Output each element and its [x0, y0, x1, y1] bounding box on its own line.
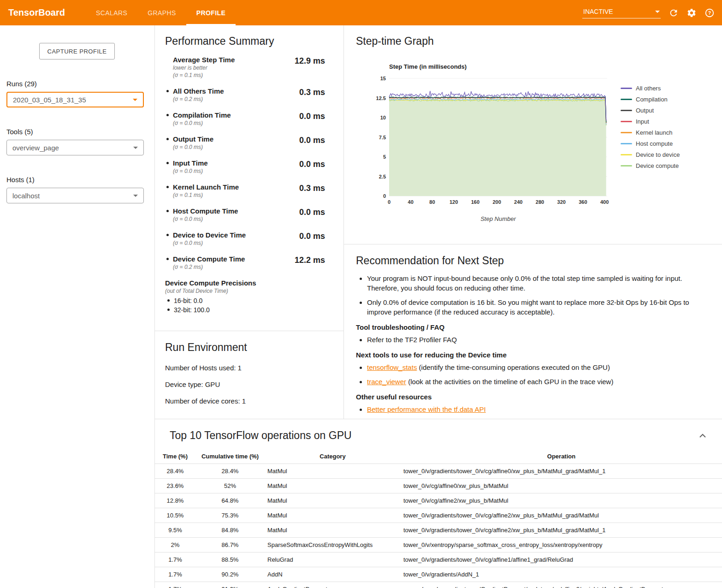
status-dropdown[interactable]: INACTIVE — [582, 7, 661, 18]
recommendation-tools: tensorflow_stats (identify the time-cons… — [356, 362, 710, 386]
runs-select[interactable]: 2020_03_05_18_31_35 — [6, 92, 144, 107]
metric-label: Device to Device Time — [173, 231, 246, 239]
svg-text:160: 160 — [471, 199, 479, 205]
table-cell: 28.4% — [155, 464, 195, 479]
svg-text:15: 15 — [380, 76, 386, 81]
resource-link[interactable]: Better performance with the tf.data API — [367, 405, 486, 413]
top-ops-section: Top 10 TensorFlow operations on GPU Time… — [155, 419, 722, 588]
top-ops-table: Time (%)Cumulative time (%)CategoryOpera… — [155, 449, 722, 588]
perf-item: All Others Time (σ = 0.2 ms) 0.3 ms — [165, 87, 325, 102]
bullet-dot — [166, 234, 169, 236]
perf-item: Host Compute Time (σ = 0.0 ms) 0.0 ms — [165, 207, 325, 222]
perf-item: Compilation Time (σ = 0.0 ms) 0.0 ms — [165, 111, 325, 126]
tab-profile[interactable]: PROFILE — [186, 0, 236, 25]
chart-legend: All othersCompilationOutputInputKernel l… — [621, 75, 680, 223]
metric-label: All Others Time — [173, 87, 224, 95]
precision-items: 16-bit: 0.032-bit: 100.0 — [165, 297, 325, 314]
bullet-dot — [167, 309, 170, 311]
precision-item: 32-bit: 100.0 — [166, 306, 325, 314]
table-cell: tower_0/v/gradients/AddN_1 — [401, 567, 722, 582]
perf-item: Device to Device Time (σ = 0.0 ms) 0.0 m… — [165, 231, 325, 246]
hosts-select[interactable]: localhost — [6, 188, 144, 203]
table-cell: MatMul — [265, 493, 401, 508]
top-ops-title: Top 10 TensorFlow operations on GPU — [170, 429, 352, 442]
step-time-chart: 02.557.51012.515040801201602002402803203… — [370, 75, 614, 223]
metric-sigma: (σ = 0.1 ms) — [173, 72, 235, 78]
svg-text:240: 240 — [514, 199, 522, 205]
column-header: Cumulative time (%) — [195, 449, 265, 464]
metric-sigma: (σ = 0.0 ms) — [173, 240, 246, 246]
runenv-lines: Number of Hosts used: 1Device type: GPUN… — [165, 364, 332, 405]
svg-text:Step Number: Step Number — [480, 215, 516, 222]
svg-text:10: 10 — [380, 115, 386, 120]
table-cell: SparseSoftmaxCrossEntropyWithLogits — [265, 538, 401, 552]
tools-select[interactable]: overview_page — [6, 140, 144, 155]
chart-title: Step Time (in milliseconds) — [389, 63, 713, 70]
table-row: 1.7%90.2%AddNtower_0/v/gradients/AddN_1 — [155, 567, 722, 582]
table-cell: 1.7% — [155, 567, 195, 582]
table-cell: 28.4% — [195, 464, 265, 479]
ops-table-body: 28.4%28.4%MatMultower_0/v/gradients/towe… — [155, 464, 722, 588]
table-cell: 23.6% — [155, 479, 195, 493]
chevron-down-icon — [133, 99, 137, 101]
bullet-dot — [166, 210, 169, 212]
legend-item: Input — [621, 118, 680, 125]
gear-icon[interactable] — [686, 8, 697, 18]
app-title: TensorBoard — [0, 0, 86, 25]
header-tabs: SCALARSGRAPHSPROFILE — [86, 0, 236, 25]
tab-graphs[interactable]: GRAPHS — [137, 0, 186, 25]
tools-label: Tools (5) — [6, 128, 154, 136]
table-cell: 86.7% — [195, 538, 265, 552]
table-cell: tower_0/v/gradients/tower_0/v/cg/affine2… — [401, 508, 722, 523]
tools-value: overview_page — [12, 144, 59, 152]
perf-item: Device Compute Time (σ = 0.2 ms) 12.2 ms — [165, 255, 325, 270]
svg-text:0: 0 — [388, 199, 391, 205]
average-step-time: Average Step Time lower is better (σ = 0… — [165, 56, 325, 78]
perf-item: Output Time (σ = 0.0 ms) 0.0 ms — [165, 135, 325, 150]
chart-block: Step Time (in milliseconds) 02.557.51012… — [370, 63, 713, 223]
recommendation-bullets: Your program is NOT input-bound because … — [356, 273, 710, 317]
performance-summary-section: Performance Summary Average Step Time lo… — [155, 25, 343, 331]
metric-value: 0.0 ms — [299, 207, 325, 217]
faq-item: Refer to the TF2 Profiler FAQ — [367, 335, 708, 344]
ops-header-row: Time (%)Cumulative time (%)CategoryOpera… — [155, 449, 722, 464]
tab-scalars[interactable]: SCALARS — [86, 0, 137, 25]
column-header: Category — [265, 449, 401, 464]
collapse-icon[interactable] — [697, 432, 708, 440]
svg-text:7.5: 7.5 — [379, 135, 386, 140]
table-cell: 88.5% — [195, 552, 265, 567]
table-row: 10.5%75.3%MatMultower_0/v/gradients/towe… — [155, 508, 722, 523]
capture-profile-button[interactable]: CAPTURE PROFILE — [39, 43, 115, 59]
table-cell: tower_0/v/cg/affine0/xw_plus_b/MatMul — [401, 479, 722, 493]
chevron-down-icon — [133, 147, 138, 149]
metric-value: 0.0 ms — [299, 159, 325, 169]
bullet-dot — [166, 186, 169, 188]
bullet-dot — [167, 299, 170, 302]
metric-label: Device Compute Time — [173, 255, 245, 263]
svg-text:280: 280 — [536, 199, 544, 205]
env-line: Number of Hosts used: 1 — [165, 364, 332, 372]
table-cell: 12.8% — [155, 493, 195, 508]
svg-text:2.5: 2.5 — [379, 174, 386, 179]
table-cell: MatMul — [265, 479, 401, 493]
precisions-subtitle: (out of Total Device Time) — [165, 288, 325, 294]
tensorflow_stats-link[interactable]: tensorflow_stats — [367, 363, 417, 371]
next-tools-title: Next tools to use for reducing the Devic… — [356, 351, 710, 359]
metric-value: 0.0 ms — [299, 135, 325, 145]
help-icon[interactable]: ? — [704, 8, 715, 18]
metric-sigma: (σ = 0.0 ms) — [173, 168, 208, 174]
metric-value: 0.0 ms — [299, 231, 325, 241]
recommendation-section: Recommendation for Next Step Your progra… — [344, 244, 722, 419]
metric-value: 12.2 ms — [295, 255, 325, 265]
trace_viewer-link[interactable]: trace_viewer — [367, 378, 406, 386]
refresh-icon[interactable] — [669, 8, 679, 18]
table-cell: tower_0/v/xentropy/sparse_softmax_cross_… — [401, 538, 722, 552]
metric-label: Kernel Launch Time — [173, 183, 239, 191]
table-row: 28.4%28.4%MatMultower_0/v/gradients/towe… — [155, 464, 722, 479]
tool-item: trace_viewer (look at the activities on … — [367, 377, 708, 386]
metric-sigma: (σ = 0.0 ms) — [173, 120, 231, 126]
tool-item: tensorflow_stats (identify the time-cons… — [367, 362, 708, 372]
perf-item: Kernel Launch Time (σ = 0.1 ms) 0.3 ms — [165, 183, 325, 198]
svg-text:40: 40 — [408, 199, 414, 205]
faq-title: Tool troubleshooting / FAQ — [356, 323, 710, 331]
